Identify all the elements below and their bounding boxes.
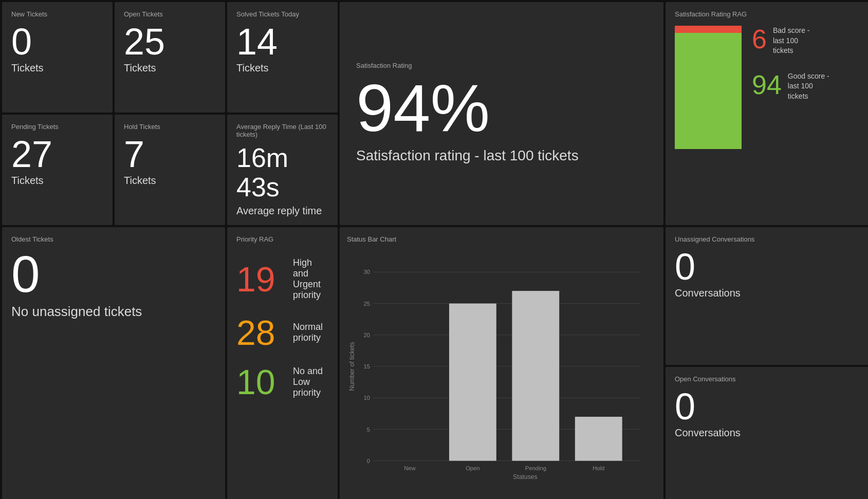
new-tickets-card: New Tickets 0 Tickets — [2, 2, 113, 113]
open-conv-number: 0 — [675, 388, 868, 425]
svg-text:0: 0 — [367, 458, 370, 464]
svg-rect-20 — [512, 291, 559, 461]
priority-rag-card: Priority RAG 19 High and Urgent priority… — [227, 227, 338, 499]
open-tickets-subtitle: Tickets — [124, 62, 216, 74]
oldest-tickets-title: Oldest Tickets — [11, 235, 216, 243]
rag-bad-number: 6 — [752, 26, 767, 52]
oldest-tickets-label: No unassigned tickets — [11, 304, 216, 320]
rag-bar-green — [675, 33, 742, 149]
low-priority-label: No and Low priority — [293, 366, 328, 398]
hold-tickets-card: Hold Tickets 7 Tickets — [115, 115, 225, 225]
dashboard: New Tickets 0 Tickets Open Tickets 25 Ti… — [0, 0, 868, 499]
chart-svg: Number of tickets Statuses 0 5 10 15 — [347, 248, 656, 485]
satisfaction-label: Satisfaction rating - last 100 tickets — [356, 146, 647, 165]
new-tickets-number: 0 — [11, 23, 103, 60]
chart-area: Number of tickets Statuses 0 5 10 15 — [347, 248, 656, 485]
svg-text:Pending: Pending — [525, 465, 546, 471]
oldest-tickets-number: 0 — [11, 248, 216, 300]
conversations-column: Unassigned Conversations 0 Conversations… — [666, 227, 868, 499]
rag-legend: 6 Bad score - last 100 tickets 94 Good s… — [752, 26, 834, 102]
rag-good-label: Good score - last 100 tickets — [788, 71, 834, 102]
pending-tickets-title: Pending Tickets — [11, 123, 103, 131]
solved-tickets-number: 14 — [236, 23, 328, 60]
svg-text:15: 15 — [363, 363, 370, 369]
status-chart-title: Status Bar Chart — [347, 235, 656, 243]
svg-text:Statuses: Statuses — [513, 473, 538, 480]
oldest-tickets-card: Oldest Tickets 0 No unassigned tickets — [2, 227, 225, 499]
pending-tickets-subtitle: Tickets — [11, 175, 103, 187]
rag-bar — [675, 26, 742, 149]
normal-priority-item: 28 Normal priority — [236, 315, 328, 350]
open-tickets-title: Open Tickets — [124, 10, 216, 18]
avg-reply-card: Average Reply Time (Last 100 tickets) 16… — [227, 115, 338, 225]
open-conv-title: Open Conversations — [675, 375, 868, 383]
high-urgent-priority-item: 19 High and Urgent priority — [236, 257, 328, 301]
satisfaction-rag-card: Satisfaction Rating RAG 6 Bad score - la… — [666, 2, 868, 225]
svg-text:10: 10 — [363, 395, 370, 401]
solved-tickets-title: Solved Tickets Today — [236, 10, 328, 18]
svg-text:Open: Open — [466, 465, 479, 471]
pending-tickets-number: 27 — [11, 136, 103, 173]
pending-tickets-card: Pending Tickets 27 Tickets — [2, 115, 113, 225]
hold-tickets-number: 7 — [124, 136, 216, 173]
svg-text:5: 5 — [367, 427, 370, 433]
new-tickets-title: New Tickets — [11, 10, 103, 18]
status-chart-card: Status Bar Chart Number of tickets Statu… — [340, 227, 663, 499]
svg-text:25: 25 — [363, 301, 370, 307]
open-conv-label: Conversations — [675, 427, 868, 439]
unassigned-conv-title: Unassigned Conversations — [675, 235, 868, 243]
svg-text:Hold: Hold — [593, 465, 604, 471]
satisfaction-rating-card: Satisfaction Rating 94% Satisfaction rat… — [340, 2, 663, 225]
unassigned-conv-label: Conversations — [675, 287, 868, 299]
satisfaction-rating-title: Satisfaction Rating — [356, 62, 647, 69]
high-urgent-label: High and Urgent priority — [293, 257, 328, 301]
rag-bar-red — [675, 26, 742, 33]
svg-text:Number of tickets: Number of tickets — [348, 342, 356, 391]
svg-text:30: 30 — [363, 269, 370, 275]
open-conv-card: Open Conversations 0 Conversations — [666, 367, 868, 499]
high-urgent-number: 19 — [236, 262, 283, 297]
avg-reply-subtitle: Average reply time — [236, 205, 328, 217]
low-priority-item: 10 No and Low priority — [236, 364, 328, 399]
svg-text:20: 20 — [363, 332, 370, 338]
priority-rag-title: Priority RAG — [236, 235, 328, 243]
open-tickets-number: 25 — [124, 23, 216, 60]
avg-reply-title: Average Reply Time (Last 100 tickets) — [236, 123, 328, 138]
unassigned-conv-card: Unassigned Conversations 0 Conversations — [666, 227, 868, 365]
avg-reply-time: 16m 43s — [236, 143, 328, 202]
svg-rect-22 — [575, 417, 622, 461]
rag-good-item: 94 Good score - last 100 tickets — [752, 71, 834, 102]
rag-good-number: 94 — [752, 71, 782, 98]
svg-text:New: New — [404, 465, 416, 471]
satisfaction-percent: 94% — [356, 75, 647, 141]
rag-bad-item: 6 Bad score - last 100 tickets — [752, 26, 834, 56]
solved-tickets-subtitle: Tickets — [236, 62, 328, 74]
normal-priority-number: 28 — [236, 315, 283, 350]
hold-tickets-subtitle: Tickets — [124, 175, 216, 187]
solved-tickets-card: Solved Tickets Today 14 Tickets — [227, 2, 338, 113]
rag-bad-label: Bad score - last 100 tickets — [773, 26, 819, 56]
open-tickets-card: Open Tickets 25 Tickets — [115, 2, 225, 113]
svg-rect-18 — [449, 304, 496, 461]
satisfaction-rag-title: Satisfaction Rating RAG — [675, 10, 747, 18]
hold-tickets-title: Hold Tickets — [124, 123, 216, 131]
new-tickets-subtitle: Tickets — [11, 62, 103, 74]
low-priority-number: 10 — [236, 364, 283, 399]
unassigned-conv-number: 0 — [675, 248, 868, 285]
normal-priority-label: Normal priority — [293, 322, 328, 343]
